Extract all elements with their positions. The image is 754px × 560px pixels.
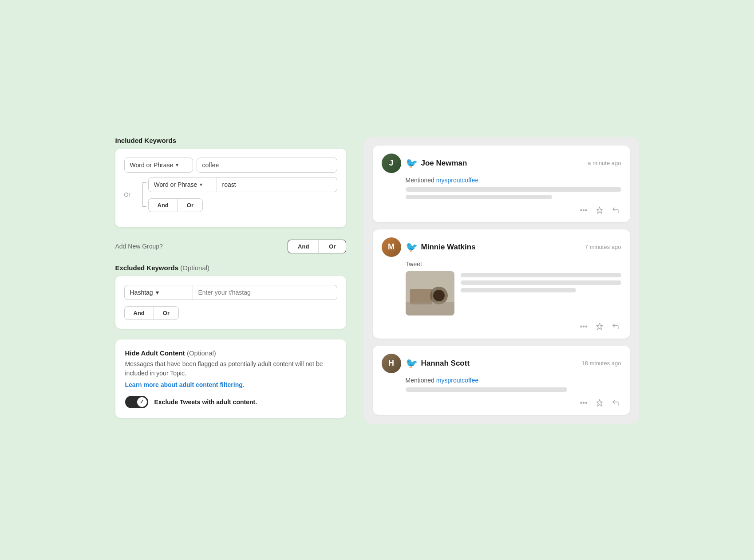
- tweet-user-1: Joe Newman: [421, 159, 467, 168]
- adult-content-card: Hide Adult Content (Optional) Messages t…: [115, 339, 346, 418]
- reply-button-2[interactable]: [610, 321, 621, 332]
- tweet-time-1: a minute ago: [588, 160, 621, 166]
- tweet-header-2: M 🐦 Minnie Watkins 7 minutes ago: [382, 237, 621, 257]
- included-keywords-card: Word or Phrase ▾ Or: [115, 149, 346, 227]
- tweet-body-1: [382, 187, 621, 199]
- avatar-minnie: M: [382, 237, 401, 257]
- add-group-label: Add New Group?: [115, 243, 163, 250]
- included-keywords-section: Included Keywords Word or Phrase ▾ Or: [115, 137, 346, 227]
- more-button-2[interactable]: •••: [578, 321, 589, 332]
- hashtag-input[interactable]: [193, 285, 337, 300]
- tweet-card-2: M 🐦 Minnie Watkins 7 minutes ago Tweet: [373, 229, 630, 339]
- and-button-2[interactable]: And: [124, 306, 154, 320]
- tweet-user-3: Hannah Scott: [421, 359, 470, 368]
- tweet-image-2: [406, 271, 454, 315]
- excluded-keywords-label: Excluded Keywords (Optional): [115, 264, 346, 272]
- tweet-mention-3[interactable]: mysproutcoffee: [436, 377, 478, 384]
- twitter-icon-2: 🐦: [406, 241, 418, 253]
- toggle-label: Exclude Tweets with adult content.: [154, 398, 257, 406]
- hashtag-select-label: Hashtag: [130, 289, 153, 296]
- tweet-subtext-1: Mentioned mysproutcoffee: [382, 177, 621, 184]
- tweet-line: [406, 195, 552, 199]
- avatar-joe: J: [382, 154, 401, 173]
- tweet-mention-1[interactable]: mysproutcoffee: [436, 177, 478, 184]
- or-between-label: Or: [124, 191, 137, 198]
- tweet-line: [406, 387, 568, 392]
- chevron-down-icon-2: ▾: [200, 181, 202, 188]
- main-container: Included Keywords Word or Phrase ▾ Or: [115, 137, 639, 424]
- add-group-and-button[interactable]: And: [288, 240, 319, 253]
- word-phrase-select-2[interactable]: Word or Phrase ▾: [148, 177, 217, 192]
- add-group-buttons: And Or: [288, 240, 346, 253]
- tweet-body-3: [382, 387, 621, 392]
- and-or-buttons-2: And Or: [124, 306, 337, 320]
- adult-content-desc: Messages that have been flagged as poten…: [125, 359, 336, 378]
- tweet-with-image-2: [382, 271, 621, 315]
- excluded-keywords-section: Excluded Keywords (Optional) Hashtag ▾ A…: [115, 264, 346, 329]
- reply-button-1[interactable]: [610, 205, 621, 216]
- tweet-card-1: J 🐦 Joe Newman a minute ago Mentioned my…: [373, 146, 630, 222]
- toggle-knob: ✓: [137, 397, 147, 407]
- more-button-3[interactable]: •••: [578, 397, 589, 409]
- excluded-keywords-card: Hashtag ▾ And Or: [115, 276, 346, 329]
- tweet-header-1: J 🐦 Joe Newman a minute ago: [382, 154, 621, 173]
- and-button-1[interactable]: And: [148, 198, 178, 212]
- adult-content-toggle[interactable]: ✓: [125, 396, 148, 408]
- tweet-image-inner: [406, 271, 454, 315]
- included-keywords-label: Included Keywords: [115, 137, 346, 144]
- hashtag-select[interactable]: Hashtag ▾: [124, 285, 193, 300]
- tweet-line: [461, 288, 576, 292]
- chevron-down-icon-1: ▾: [176, 162, 178, 168]
- adult-content-title: Hide Adult Content (Optional): [125, 349, 336, 357]
- tweet-time-3: 18 minutes ago: [582, 360, 621, 367]
- more-button-1[interactable]: •••: [578, 205, 589, 216]
- tweet-time-2: 7 minutes ago: [585, 244, 621, 250]
- or-button-1[interactable]: Or: [178, 198, 203, 212]
- tweet-text-lines-2: [461, 271, 621, 292]
- toggle-row: ✓ Exclude Tweets with adult content.: [125, 396, 336, 408]
- tweet-header-3: H 🐦 Hannah Scott 18 minutes ago: [382, 354, 621, 373]
- word-phrase-select-1[interactable]: Word or Phrase ▾: [124, 158, 193, 173]
- tweet-actions-1: •••: [382, 205, 621, 216]
- keyword-input-2[interactable]: [217, 177, 337, 192]
- tweet-line: [406, 187, 621, 192]
- pin-button-3[interactable]: [594, 397, 605, 409]
- tweet-card-3: H 🐦 Hannah Scott 18 minutes ago Mentione…: [373, 346, 630, 415]
- tweet-subtext-3: Mentioned mysproutcoffee: [382, 377, 621, 384]
- keyword-group-bracket: [140, 177, 146, 212]
- keyword-input-1[interactable]: [197, 158, 337, 173]
- tweet-actions-2: •••: [382, 321, 621, 332]
- check-icon: ✓: [140, 399, 144, 405]
- left-panel: Included Keywords Word or Phrase ▾ Or: [115, 137, 346, 418]
- tweet-line: [461, 273, 621, 277]
- add-group-row: Add New Group? And Or: [115, 240, 346, 253]
- tweet-user-2: Minnie Watkins: [421, 243, 476, 252]
- svg-point-3: [433, 290, 445, 301]
- word-phrase-select-2-label: Word or Phrase: [154, 181, 197, 188]
- add-group-or-button[interactable]: Or: [319, 240, 346, 253]
- pin-button-1[interactable]: [594, 205, 605, 216]
- pin-button-2[interactable]: [594, 321, 605, 332]
- word-phrase-select-1-label: Word or Phrase: [130, 162, 174, 169]
- adult-content-link[interactable]: Learn more about adult content filtering: [125, 381, 243, 388]
- right-panel: J 🐦 Joe Newman a minute ago Mentioned my…: [364, 137, 639, 424]
- chevron-down-icon-3: ▾: [156, 289, 159, 296]
- twitter-icon-1: 🐦: [406, 158, 418, 169]
- avatar-hannah: H: [382, 354, 401, 373]
- svg-rect-1: [410, 289, 432, 304]
- svg-rect-4: [406, 302, 454, 315]
- reply-button-3[interactable]: [610, 397, 621, 409]
- tweet-actions-3: •••: [382, 397, 621, 409]
- tweet-line: [461, 280, 621, 285]
- or-button-2[interactable]: Or: [154, 306, 179, 320]
- tweet-subtext-2: Tweet: [382, 260, 621, 268]
- twitter-icon-3: 🐦: [406, 358, 418, 369]
- and-or-buttons: And Or: [148, 198, 337, 212]
